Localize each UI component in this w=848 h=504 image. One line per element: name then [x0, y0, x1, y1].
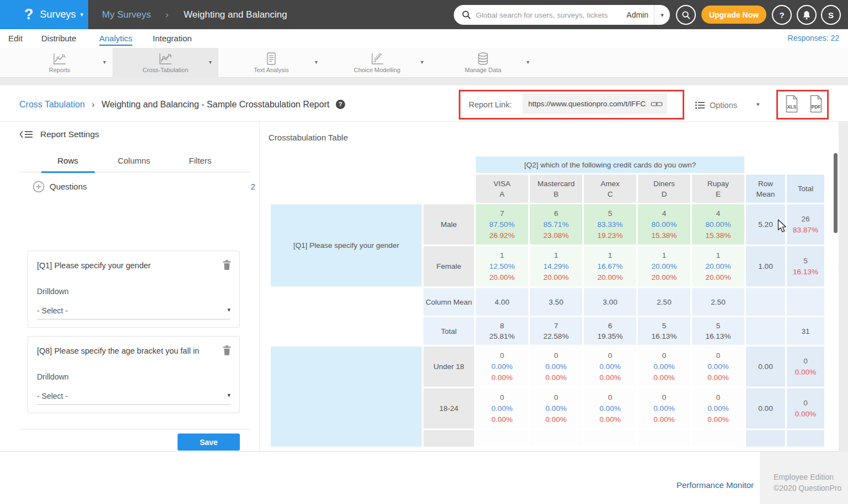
link-icon[interactable]: [651, 100, 663, 109]
question-card-q1: [Q1] Please specify your gender Drilldow…: [28, 251, 240, 328]
column-total-cell: 722.58%: [530, 317, 582, 345]
options-list-icon: [695, 100, 706, 110]
crosstab-data-cell: 480.00%15.38%: [638, 204, 690, 245]
main-content: Cross Tabulation › Weighting and Balanci…: [0, 85, 848, 452]
upgrade-button[interactable]: Upgrade Now: [701, 6, 766, 24]
column-question-row: [Q2] which of the following credit cards…: [271, 156, 824, 173]
row-question-cell: [Q1] Please specify your gender: [271, 204, 422, 286]
toolbar-label: Text Analysis: [218, 67, 324, 73]
page-footer: Performance Monitor Employee Edition ©20…: [0, 452, 848, 504]
menu-item-integration[interactable]: Integration: [153, 34, 192, 43]
column-mean-cell: 4.00: [476, 288, 528, 316]
row-total-cell: 00.00%: [787, 388, 824, 429]
product-switcher[interactable]: ? Surveys ▾: [0, 0, 88, 29]
chevron-down-icon[interactable]: ▾: [756, 101, 760, 108]
drilldown-select[interactable]: - Select -: [37, 302, 230, 319]
toolbar-item-choice-modelling[interactable]: Choice Modelling ▾: [324, 48, 430, 78]
crosstab-data-cell: 120.00%20.00%: [638, 246, 690, 286]
crosstab-table-viewport: [Q2] which of the following credit cards…: [269, 155, 827, 447]
toolbar-item-cross-tabulation[interactable]: Cross-Tabulation ▾: [112, 48, 218, 78]
row-mean-cell: 0.00: [746, 388, 785, 429]
row-label-cell: Under 18: [423, 346, 474, 387]
save-button[interactable]: Save: [178, 433, 240, 451]
column-headers-row: VISAAMastercardBAmexCDinersDRupayERowMea…: [271, 175, 824, 203]
menu-item-distribute[interactable]: Distribute: [41, 34, 76, 43]
edition-panel: Employee Edition ©2020 QuestionPro: [760, 452, 848, 504]
search-icon: [461, 10, 471, 20]
crosstab-row: [Q1] Please specify your genderMale787.5…: [271, 204, 824, 245]
export-xls-button[interactable]: XLS: [784, 95, 799, 115]
chevron-down-icon: ▾: [80, 11, 84, 18]
options-menu[interactable]: Options: [695, 100, 737, 110]
chevron-down-icon[interactable]: ▾: [527, 59, 529, 65]
delete-question-button[interactable]: [222, 259, 232, 273]
tab-rows[interactable]: Rows: [35, 156, 101, 165]
crosstab-data-cell: [476, 430, 528, 447]
row-total-cell: 2683.87%: [787, 204, 824, 245]
help-button[interactable]: ?: [772, 5, 792, 25]
options-label: Options: [710, 101, 737, 110]
crosstab-data-cell: 00.00%0.00%: [530, 388, 582, 429]
toolbar-label: Manage Data: [430, 67, 536, 73]
avatar-button[interactable]: S: [821, 5, 841, 25]
question-title: [Q1] Please specify your gender: [37, 261, 151, 270]
tab-filters[interactable]: Filters: [167, 156, 233, 165]
row-mean-header: RowMean: [746, 175, 785, 203]
bell-icon: [802, 10, 812, 20]
crosstab-data-cell: [530, 430, 582, 447]
search-scope-dropdown[interactable]: ▾: [654, 12, 670, 19]
report-settings-header[interactable]: Report Settings: [19, 129, 99, 139]
report-breadcrumb: Cross Tabulation › Weighting and Balanci…: [19, 100, 345, 110]
breadcrumb-current-page: Weighting and Balancing: [184, 9, 287, 20]
chevron-down-icon[interactable]: ▾: [421, 59, 423, 65]
edition-label: Employee Edition: [774, 473, 834, 481]
crosstab-data-cell: 787.50%26.92%: [476, 204, 528, 245]
add-question-button[interactable]: [32, 180, 45, 196]
export-pdf-button[interactable]: PDF: [808, 95, 824, 115]
toolbar-item-manage-data[interactable]: Manage Data ▾: [430, 48, 536, 78]
responses-count[interactable]: Responses: 22: [788, 34, 839, 42]
crosstab-data-cell: 112.50%20.00%: [476, 246, 528, 286]
toolbar-item-reports[interactable]: Reports ▾: [7, 48, 112, 78]
crosstab-data-cell: [692, 430, 744, 447]
report-link-url[interactable]: [523, 100, 646, 108]
tab-columns[interactable]: Columns: [101, 156, 167, 165]
crosstab-data-cell: 00.00%0.00%: [692, 346, 744, 387]
crosstab-data-cell: 00.00%0.00%: [638, 388, 690, 429]
performance-monitor-link[interactable]: Performance Monitor: [677, 480, 754, 490]
chevron-down-icon[interactable]: ▾: [103, 59, 106, 65]
crosstab-data-cell: 00.00%0.00%: [584, 346, 636, 387]
select-value: - Select -: [37, 392, 68, 400]
column-header: MastercardB: [530, 175, 582, 203]
toolbar-item-text-analysis[interactable]: Text Analysis ▾: [218, 48, 324, 78]
column-mean-cell: 3.50: [530, 288, 582, 316]
notifications-button[interactable]: [797, 5, 817, 25]
chevron-down-icon[interactable]: ▾: [209, 59, 212, 65]
search-submit-button[interactable]: [676, 5, 696, 25]
breadcrumb-my-surveys[interactable]: My Surveys: [102, 9, 151, 20]
crosstab-data-cell: 00.00%0.00%: [692, 388, 744, 429]
help-icon[interactable]: ?: [336, 100, 345, 109]
column-total-cell: 516.13%: [692, 317, 744, 345]
menu-item-edit[interactable]: Edit: [8, 34, 23, 43]
cross-tabulation-link[interactable]: Cross Tabulation: [19, 100, 85, 109]
select-value: - Select -: [37, 306, 68, 315]
global-search-box[interactable]: Admin ▾: [454, 5, 670, 25]
search-input[interactable]: [476, 11, 626, 19]
drilldown-select[interactable]: - Select -: [37, 387, 230, 405]
chevron-down-icon[interactable]: ▾: [315, 59, 318, 65]
column-total-label: Total: [423, 317, 474, 345]
choice-modelling-icon: [324, 52, 430, 66]
total-header: Total: [787, 175, 824, 203]
column-total-cell: 619.35%: [584, 317, 636, 345]
row-label-cell: Female: [423, 246, 474, 286]
menu-item-analytics[interactable]: Analytics: [99, 34, 132, 46]
row-label-cell: Male: [423, 204, 474, 245]
crosstab-data-cell: 00.00%0.00%: [584, 388, 636, 429]
delete-question-button[interactable]: [222, 345, 232, 358]
column-mean-cell: 2.50: [692, 288, 744, 316]
row-mean-cell: 0.00: [746, 346, 785, 387]
report-link-field[interactable]: [523, 94, 667, 114]
vertical-scrollbar[interactable]: [834, 153, 838, 233]
chevron-down-icon: ▾: [227, 392, 230, 399]
